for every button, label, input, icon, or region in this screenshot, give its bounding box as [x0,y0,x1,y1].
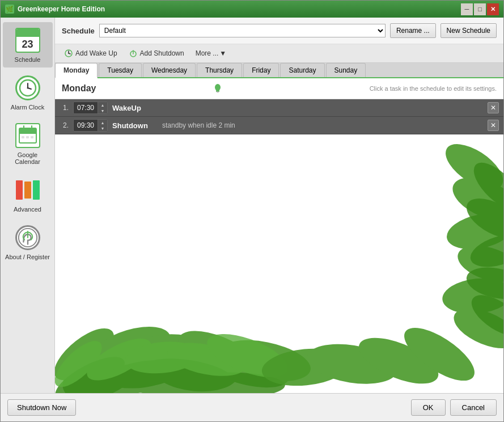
tab-sunday[interactable]: Sunday [326,63,366,77]
svg-point-45 [444,208,503,254]
svg-point-52 [464,263,503,303]
task-name-2: Shutdown [112,121,158,130]
main-content: Schedule Default Rename ... New Schedule [55,18,503,393]
toolbar: Add Wake Up Add Shutdown More ... ▼ [55,44,503,63]
sidebar-item-alarm-clock[interactable]: Alarm Clock [3,70,53,115]
svg-point-28 [87,319,175,377]
cancel-button[interactable]: Cancel [450,399,497,416]
svg-rect-11 [31,136,33,138]
tab-thursday[interactable]: Thursday [197,63,242,77]
calendar-header [16,29,39,37]
window-controls: ─ □ ✕ [461,3,499,15]
footer: Shutdown Now OK Cancel [1,393,503,421]
time-up-1[interactable]: ▲ [98,102,107,108]
svg-point-32 [60,359,167,393]
close-button[interactable]: ✕ [487,3,499,15]
sidebar-item-about[interactable]: About / Register [3,220,53,265]
svg-point-35 [55,348,130,393]
svg-line-17 [69,53,70,54]
svg-point-26 [189,331,294,393]
svg-point-34 [175,373,285,393]
add-shutdown-button[interactable]: Add Shutdown [124,47,189,60]
about-icon [14,224,41,251]
svg-point-42 [202,325,291,386]
window-title: Greenkeeper Home Edition [18,5,458,13]
task-name-1: WakeUp [112,104,158,112]
maximize-button[interactable]: □ [474,3,486,15]
svg-point-25 [150,345,240,393]
svg-point-55 [304,339,399,390]
task-number-2: 2. [60,121,69,129]
sidebar-item-label-schedule: Schedule [15,56,41,63]
svg-point-54 [260,345,350,390]
time-up-2[interactable]: ▲ [98,120,107,125]
task-list: 1. 07:30 ▲ ▼ WakeUp ✕ [55,99,503,134]
svg-point-46 [454,239,503,289]
svg-point-27 [55,319,121,390]
app-icon: 🌿 [5,5,14,14]
svg-point-29 [134,334,210,368]
svg-point-23 [56,337,147,393]
google-calendar-icon [14,122,41,149]
sidebar-item-label-advanced: Advanced [14,206,41,213]
svg-point-31 [216,334,314,389]
svg-point-57 [397,318,481,391]
table-row[interactable]: 1. 07:30 ▲ ▼ WakeUp ✕ [55,99,503,117]
svg-rect-22 [217,91,219,92]
add-wake-up-button[interactable]: Add Wake Up [60,47,122,60]
ok-button[interactable]: OK [411,399,446,416]
shutdown-icon [129,49,138,58]
schedule-dropdown[interactable]: Default [99,24,386,37]
svg-point-50 [461,190,503,247]
task-close-2[interactable]: ✕ [488,120,499,131]
tab-tuesday[interactable]: Tuesday [99,63,142,77]
time-spinner-1[interactable]: 07:30 ▲ ▼ [73,102,108,114]
sidebar-item-google-calendar[interactable]: Google Calendar [3,117,53,170]
svg-point-40 [124,339,201,377]
time-down-2[interactable]: ▼ [98,125,107,131]
svg-rect-6 [19,132,36,134]
more-button[interactable]: More ... ▼ [191,47,231,60]
svg-point-47 [441,275,503,317]
svg-point-36 [97,355,187,393]
more-label: More ... [196,49,219,57]
time-spinner-2[interactable]: 09:30 ▲ ▼ [73,119,108,132]
sidebar-item-label-alarm: Alarm Clock [11,104,44,111]
time-value-1: 07:30 [74,103,98,113]
svg-point-44 [447,169,503,230]
day-tabs: Monday Tuesday Wednesday Thursday Friday… [55,63,503,78]
svg-rect-9 [22,136,24,138]
svg-point-39 [82,330,156,389]
shutdown-now-button[interactable]: Shutdown Now [7,399,76,416]
alarm-clock-icon [14,74,41,102]
svg-point-30 [173,322,263,387]
sidebar-item-advanced[interactable]: Advanced [3,172,53,217]
svg-rect-10 [26,136,29,138]
main-window: 🌿 Greenkeeper Home Edition ─ □ ✕ 23 Sche… [0,0,504,422]
plant-background [55,134,503,393]
svg-point-20 [215,84,221,91]
tab-friday[interactable]: Friday [243,63,279,77]
tab-wednesday[interactable]: Wednesday [143,63,196,77]
time-arrows-1: ▲ ▼ [98,102,107,113]
time-value-2: 09:30 [74,120,98,130]
svg-point-43 [439,135,503,199]
bulb-icon [212,83,223,94]
time-arrows-2: ▲ ▼ [98,120,107,131]
tab-saturday[interactable]: Saturday [280,63,324,77]
minimize-button[interactable]: ─ [461,3,473,15]
title-bar: 🌿 Greenkeeper Home Edition ─ □ ✕ [1,1,503,18]
rename-button[interactable]: Rename ... [390,23,436,38]
schedule-day-title: Monday [62,83,207,94]
sidebar-item-label-about: About / Register [5,254,50,260]
sidebar: 23 Schedule Alar [1,18,55,393]
advanced-icon [14,176,41,204]
new-schedule-button[interactable]: New Schedule [441,23,497,38]
sidebar-item-schedule[interactable]: 23 Schedule [3,22,53,67]
svg-point-3 [27,87,28,89]
table-row[interactable]: 2. 09:30 ▲ ▼ Shutdown standby when idle … [55,117,503,134]
tab-monday[interactable]: Monday [55,63,98,78]
time-down-1[interactable]: ▼ [98,108,107,113]
task-close-1[interactable]: ✕ [488,102,499,113]
task-desc-2: standby when idle 2 min [162,121,483,129]
